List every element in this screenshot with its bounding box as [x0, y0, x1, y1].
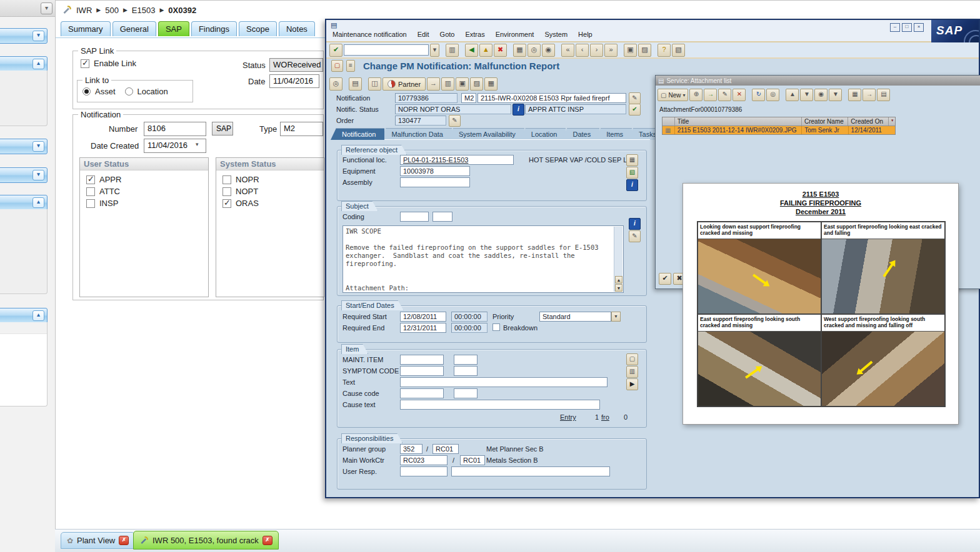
delete-icon[interactable]: ✕ — [732, 89, 746, 101]
breadcrumb-item-current[interactable]: 0X0392 — [168, 6, 196, 15]
workctr-plant-field[interactable]: RC01 — [460, 455, 485, 465]
chevron-down-icon[interactable]: ▾ — [196, 141, 199, 147]
print-icon[interactable]: ▦ — [513, 44, 526, 57]
asset-radio[interactable] — [82, 87, 91, 96]
sap-button[interactable]: SAP — [212, 122, 233, 136]
long-text-icon[interactable]: ✎ — [629, 230, 641, 242]
rail-panel-bar[interactable]: ▾ — [0, 28, 48, 44]
chevron-up-icon[interactable]: ▴ — [32, 310, 44, 321]
cause-code-field-1[interactable] — [400, 388, 444, 398]
export-icon[interactable]: → — [427, 77, 440, 91]
notification-type-field[interactable]: M2 — [461, 93, 476, 103]
notification-short-text-field[interactable]: 2115-IWR-0X0208 E1503 Rpr failed fireprf — [478, 93, 626, 103]
breadcrumb-item[interactable]: IWR — [76, 6, 92, 15]
edit-text-icon[interactable]: ✎ — [629, 92, 641, 104]
cause-text-field[interactable] — [400, 400, 600, 410]
location-radio[interactable] — [125, 87, 133, 96]
structure-icon[interactable]: ▧ — [626, 167, 638, 179]
first-page-icon[interactable]: « — [561, 44, 574, 57]
required-end-time-field[interactable]: 00:00:00 — [451, 323, 488, 333]
attachment-row[interactable]: ▦ 2115 E1503 2011-12-14 IWR#0X0209.JPG T… — [662, 126, 895, 134]
status-info-icon[interactable]: i — [512, 104, 524, 116]
symptom-code-field-2[interactable] — [454, 366, 478, 376]
main-workctr-field[interactable]: RC023 — [400, 455, 448, 465]
attachment-table-header[interactable]: Title Creator Name Created On ▾ — [662, 117, 895, 126]
menu-help[interactable]: Help — [578, 31, 592, 38]
required-start-time-field[interactable]: 00:00:00 — [451, 312, 488, 322]
tab-sap[interactable]: SAP — [158, 21, 189, 36]
minimize-icon[interactable]: – — [890, 23, 900, 32]
title-menu-icon[interactable]: ≡ — [346, 60, 355, 72]
overview-icon[interactable]: ▦ — [484, 77, 498, 91]
chevron-down-icon[interactable]: ▾ — [32, 31, 44, 41]
number-field[interactable]: 8106 — [144, 122, 206, 136]
export-list-icon[interactable]: → — [862, 89, 876, 101]
scroll-up-icon[interactable]: ▲ — [615, 276, 622, 283]
exit-icon[interactable]: ▲ — [479, 44, 492, 57]
chevron-down-icon[interactable]: ▾ — [32, 141, 44, 152]
rail-panel-bar[interactable]: ▴ — [0, 308, 48, 323]
planner-plant-field[interactable]: RC01 — [432, 444, 459, 454]
tab-notes[interactable]: Notes — [279, 21, 315, 36]
breakdown-checkbox[interactable] — [492, 323, 500, 331]
nopr-checkbox[interactable] — [222, 175, 231, 184]
menu-system[interactable]: System — [544, 31, 568, 38]
tab-system-availability[interactable]: System Availability — [448, 128, 524, 140]
enter-icon[interactable]: ✔ — [329, 44, 342, 57]
new-attachment-button[interactable]: ▢ New ▾ — [658, 89, 688, 101]
confirm-icon[interactable]: ✔ — [659, 273, 671, 285]
oras-checkbox[interactable] — [222, 199, 231, 208]
object-info-icon[interactable]: i — [626, 179, 638, 191]
menu-environment[interactable]: Environment — [496, 31, 534, 38]
find-icon[interactable]: ◎ — [528, 44, 541, 57]
next-item-icon[interactable]: ▶ — [626, 378, 638, 390]
close-icon[interactable]: ✗ — [262, 536, 272, 545]
maximize-icon[interactable]: □ — [902, 23, 912, 32]
attach-icon[interactable]: ⊕ — [689, 89, 702, 101]
preview-icon[interactable]: ◎ — [766, 89, 779, 101]
menu-extras[interactable]: Extras — [465, 31, 484, 38]
maint-item-field-2[interactable] — [454, 355, 478, 365]
set-status-icon[interactable]: ✔ — [629, 104, 641, 116]
enable-link-checkbox[interactable] — [81, 59, 89, 68]
insp-checkbox[interactable] — [86, 199, 95, 208]
rail-panel-bar[interactable]: ▾ — [0, 139, 48, 154]
close-icon[interactable]: × — [914, 23, 924, 32]
coding-field-2[interactable] — [432, 212, 452, 222]
nopt-checkbox[interactable] — [222, 187, 231, 196]
filter-icon[interactable]: ▼ — [829, 89, 842, 101]
new-session-icon[interactable]: ▣ — [624, 44, 637, 57]
new-item-icon[interactable]: ▢ — [626, 353, 638, 365]
command-field[interactable] — [344, 44, 429, 56]
tab-general[interactable]: General — [112, 21, 156, 36]
maint-item-field-1[interactable] — [400, 355, 444, 365]
document-flow-icon[interactable]: ▨ — [470, 77, 483, 91]
priority-combo[interactable]: Standard — [539, 312, 611, 322]
cancel-icon[interactable]: ✖ — [494, 44, 507, 57]
item-text-field[interactable] — [400, 377, 608, 387]
attc-checkbox[interactable] — [86, 187, 95, 196]
long-text-area[interactable]: IWR SCOPE Remove the failed fireproofing… — [342, 225, 624, 293]
tab-findings[interactable]: Findings — [191, 21, 237, 36]
command-history-icon[interactable]: ▾ — [430, 44, 439, 57]
user-resp-field-2[interactable] — [451, 466, 610, 476]
menu-goto[interactable]: Goto — [440, 31, 455, 38]
rail-panel-bar[interactable]: ▴ — [0, 56, 48, 72]
status-overview-icon[interactable]: ▤ — [349, 77, 362, 91]
type-field[interactable]: M2 — [280, 122, 323, 136]
save-icon[interactable]: ▥ — [446, 44, 459, 57]
required-start-date-field[interactable]: 12/08/2011 — [400, 312, 446, 322]
chevron-down-icon[interactable]: ▾ — [32, 170, 44, 180]
tab-malfunction-data[interactable]: Malfunction Data — [380, 128, 452, 140]
customize-icon[interactable]: ▧ — [672, 44, 685, 57]
close-icon[interactable]: ✗ — [119, 536, 129, 545]
priority-dropdown-icon[interactable]: ▼ — [611, 312, 621, 322]
scroll-down-icon[interactable]: ▼ — [615, 284, 622, 292]
last-page-icon[interactable]: » — [604, 44, 618, 57]
sort-descending-icon[interactable]: ▼ — [800, 89, 813, 101]
sort-ascending-icon[interactable]: ▲ — [786, 89, 799, 101]
chevron-up-icon[interactable]: ▴ — [32, 59, 44, 69]
chevron-up-icon[interactable]: ▴ — [32, 197, 44, 208]
previous-page-icon[interactable]: ‹ — [576, 44, 589, 57]
menu-edit[interactable]: Edit — [418, 31, 429, 38]
